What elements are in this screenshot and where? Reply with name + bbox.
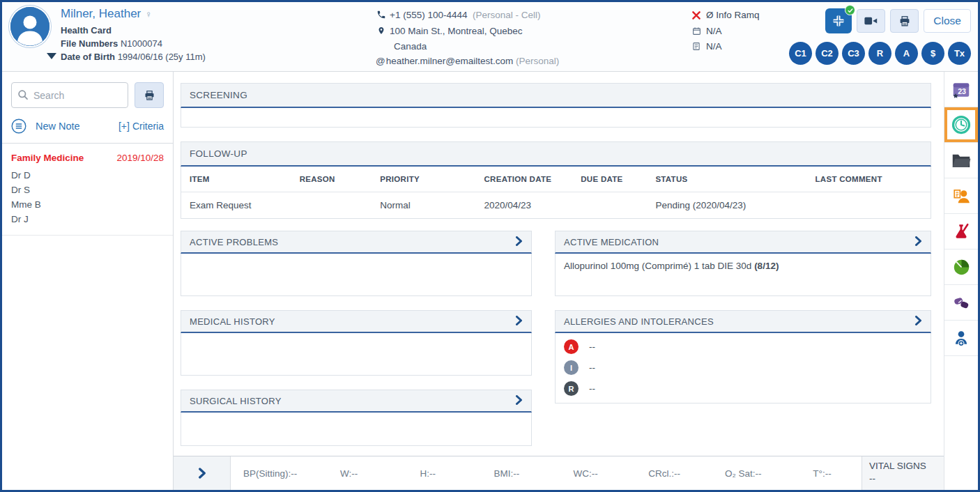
allergy-row: R-- — [564, 381, 922, 396]
summary-left-column: ACTIVE PROBLEMS MEDICAL HISTORY SURGICAL… — [181, 231, 532, 446]
tab-appointments[interactable]: 23 — [944, 72, 978, 107]
followup-row[interactable]: Exam RequestNormal2020/04/23Pending (202… — [181, 192, 931, 218]
followup-cell — [816, 200, 923, 210]
medical-history-section: MEDICAL HISTORY — [181, 310, 532, 376]
followup-column-header: ITEM — [190, 175, 300, 183]
note-entry[interactable]: Mme B — [11, 197, 164, 212]
chevron-right-icon[interactable] — [914, 316, 922, 328]
print-notes-button[interactable] — [135, 82, 164, 108]
tab-history-timeline[interactable] — [944, 107, 978, 143]
vital-item: BP(Sitting):-- — [231, 468, 309, 479]
note-specialty: Family Medicine — [11, 153, 84, 163]
followup-cell — [581, 200, 655, 210]
tab-lab-results[interactable] — [944, 214, 978, 249]
quick-button-r[interactable]: R — [868, 42, 891, 65]
medical-history-header[interactable]: MEDICAL HISTORY — [181, 310, 532, 333]
allergy-badge-r: R — [564, 381, 579, 396]
telehealth-app-button[interactable] — [825, 8, 852, 33]
chevron-down-icon[interactable] — [47, 53, 56, 59]
patient-name[interactable]: Milner, Heather♀ — [61, 7, 376, 21]
tab-referrals[interactable] — [944, 321, 978, 356]
chevron-right-icon — [198, 468, 206, 479]
folder-icon — [951, 152, 971, 169]
health-card-label: Health Card — [61, 24, 376, 37]
active-problems-header[interactable]: ACTIVE PROBLEMS — [181, 231, 532, 254]
file-numbers-row: File Numbers N1000074 — [61, 37, 376, 50]
chevron-right-icon[interactable] — [914, 236, 922, 248]
followup-column-header: LAST COMMENT — [816, 175, 923, 183]
active-medication-section: ACTIVE MEDICATION Allopurinol 100mg (Com… — [555, 231, 931, 296]
criteria-label: Criteria — [132, 121, 164, 132]
quick-button-tx[interactable]: Tx — [948, 42, 971, 65]
followup-table: ITEMREASONPRIORITYCREATION DATEDUE DATES… — [181, 167, 931, 219]
vitals-expand-button[interactable] — [174, 456, 231, 490]
patient-identity: Milner, Heather♀ Health Card File Number… — [61, 7, 376, 71]
quick-button-a[interactable]: A — [895, 42, 918, 65]
tab-medications[interactable] — [944, 285, 978, 321]
followup-section: FOLLOW-UP ITEMREASONPRIORITYCREATION DAT… — [181, 141, 931, 219]
header-buttons-row: Close — [825, 8, 971, 33]
notes-sidebar: New Note [+]Criteria Family Medicine 201… — [2, 72, 174, 490]
followup-header[interactable]: FOLLOW-UP — [181, 141, 931, 167]
surgical-history-header[interactable]: SURGICAL HISTORY — [181, 390, 532, 413]
ramq-date-row: N/A — [691, 24, 784, 40]
tab-documents[interactable] — [944, 143, 978, 178]
header-controls: Close C1C2C3RA$Tx — [784, 7, 971, 71]
patient-chart-window: Milner, Heather♀ Health Card File Number… — [0, 0, 980, 492]
vital-item: CRcl.:-- — [625, 468, 704, 479]
followup-column-header: STATUS — [655, 175, 815, 183]
allergies-header[interactable]: ALLERGIES AND INTOLERANCES — [555, 310, 931, 333]
vital-signs-cell[interactable]: VITAL SIGNS-- — [862, 456, 944, 490]
followup-cell: Exam Request — [190, 200, 300, 210]
female-gender-icon: ♀ — [145, 9, 152, 20]
printer-icon — [144, 90, 155, 101]
note-entry[interactable]: Dr J — [11, 212, 164, 226]
ramq-info: Ø Info Ramq N/A N/A — [691, 7, 784, 71]
note-list-icon[interactable] — [11, 118, 26, 134]
tab-growth-charts[interactable] — [944, 249, 978, 285]
note-list-item[interactable]: Family Medicine 2019/10/28 Dr DDr SMme B… — [2, 144, 173, 236]
close-button[interactable]: Close — [924, 9, 971, 33]
followup-cell — [300, 200, 381, 210]
quick-button-c1[interactable]: C1 — [789, 42, 812, 65]
chevron-right-icon[interactable] — [515, 316, 523, 328]
quick-button-$[interactable]: $ — [921, 42, 944, 65]
active-problems-title: ACTIVE PROBLEMS — [190, 237, 278, 247]
phone-value: +1 (555) 100-4444 — [390, 10, 467, 20]
followup-title: FOLLOW-UP — [190, 148, 247, 159]
medical-history-body — [181, 333, 532, 376]
phone-row: +1 (555) 100-4444 (Personal - Cell) — [376, 8, 691, 24]
note-head: Family Medicine 2019/10/28 — [11, 153, 164, 163]
patient-avatar[interactable] — [10, 7, 61, 71]
address-country: Canada — [376, 40, 691, 54]
active-medication-body: Allopurinol 100mg (Comprimé) 1 tab DIE 3… — [555, 254, 931, 296]
print-chart-button[interactable] — [890, 9, 919, 33]
note-entry[interactable]: Dr S — [11, 183, 164, 197]
chevron-right-icon[interactable] — [515, 395, 523, 407]
location-pin-icon — [376, 26, 387, 40]
avatar[interactable] — [10, 7, 49, 46]
active-medication-header[interactable]: ACTIVE MEDICATION — [555, 231, 931, 254]
video-call-button[interactable] — [857, 9, 885, 33]
note-entries: Dr DDr SMme BDr J — [11, 168, 164, 226]
chevron-right-icon[interactable] — [515, 236, 523, 248]
allergy-rows: A--I--R-- — [555, 333, 931, 403]
medication-item[interactable]: Allopurinol 100mg (Comprimé) 1 tab DIE 3… — [564, 261, 779, 271]
summary-main: SCREENING FOLLOW-UP ITEMREASONPRIORITYCR… — [174, 72, 944, 490]
tab-patient-info[interactable] — [944, 178, 978, 214]
allergy-row: A-- — [564, 339, 922, 354]
quick-buttons: C1C2C3RA$Tx — [789, 42, 971, 65]
quick-button-c3[interactable]: C3 — [842, 42, 865, 65]
connected-check-badge — [845, 5, 855, 15]
patient-header: Milner, Heather♀ Health Card File Number… — [2, 2, 978, 72]
screening-header[interactable]: SCREENING — [181, 83, 931, 108]
x-mark-icon — [691, 10, 702, 24]
quick-button-c2[interactable]: C2 — [816, 42, 839, 65]
clipboard-icon — [691, 41, 702, 56]
dob-label: Date of Birth — [61, 52, 115, 62]
note-entry[interactable]: Dr D — [11, 168, 164, 183]
new-note-link[interactable]: New Note — [36, 121, 80, 132]
criteria-link[interactable]: [+]Criteria — [118, 121, 164, 132]
screening-section: SCREENING — [181, 83, 931, 128]
allergy-badge-a: A — [564, 339, 579, 354]
